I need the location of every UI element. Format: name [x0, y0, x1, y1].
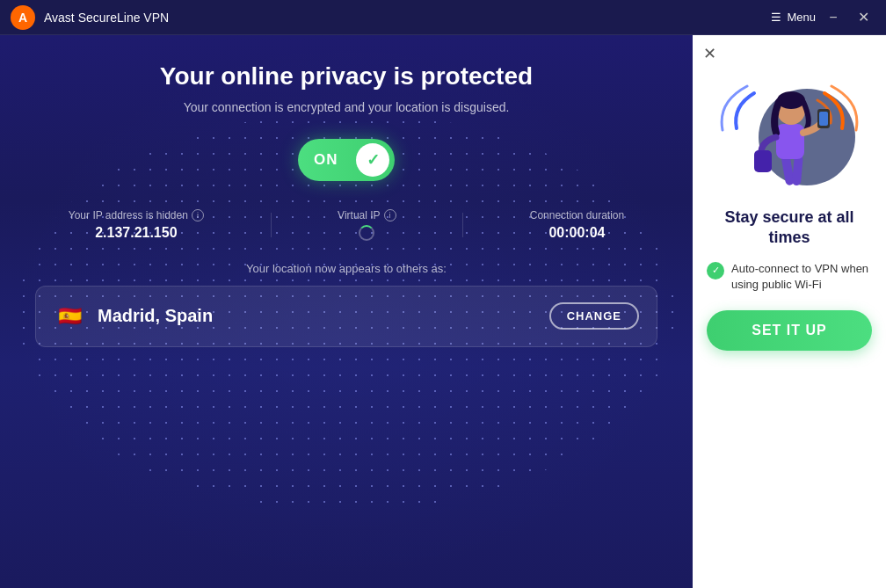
- ip-stat: Your IP address is hidden i 2.137.21.150: [69, 209, 204, 241]
- promo-panel: ✕: [693, 35, 886, 588]
- subheadline: Your connection is encrypted and your lo…: [184, 100, 510, 114]
- svg-rect-10: [754, 150, 772, 172]
- vpn-toggle[interactable]: ON: [298, 139, 395, 181]
- virtual-ip-loading: [359, 225, 374, 241]
- left-panel: Your online privacy is protected Your co…: [0, 35, 693, 588]
- close-button[interactable]: ✕: [851, 5, 875, 30]
- svg-text:A: A: [18, 11, 27, 25]
- menu-icon: ☰: [771, 11, 781, 24]
- check-icon: ✓: [707, 262, 724, 279]
- headline: Your online privacy is protected: [160, 62, 533, 91]
- ip-value: 2.137.21.150: [95, 225, 177, 241]
- duration-label: Connection duration: [530, 209, 624, 221]
- stat-divider-2: [462, 213, 463, 237]
- toggle-knob: [356, 143, 389, 177]
- toggle-container: ON: [298, 139, 395, 181]
- change-location-button[interactable]: CHANGE: [549, 302, 639, 330]
- stat-divider-1: [271, 213, 272, 237]
- close-promo-button[interactable]: ✕: [703, 44, 716, 63]
- ip-info-icon[interactable]: i: [192, 209, 204, 221]
- virtual-ip-stat: Virtual IP i: [338, 209, 396, 241]
- app-title: Avast SecureLine VPN: [44, 11, 169, 25]
- promo-title: Stay secure at all times: [707, 207, 872, 249]
- titlebar-left: A Avast SecureLine VPN: [11, 5, 169, 30]
- ip-label: Your IP address is hidden i: [69, 209, 204, 221]
- avast-logo-icon: A: [11, 5, 35, 30]
- promo-feature: ✓ Auto-connect to VPN when using public …: [707, 261, 872, 293]
- left-content: Your online privacy is protected Your co…: [35, 62, 657, 347]
- minimize-button[interactable]: −: [821, 5, 846, 30]
- location-label: Your location now appears to others as:: [246, 262, 447, 275]
- menu-label: Menu: [787, 11, 816, 24]
- promo-svg: [719, 58, 860, 199]
- location-flag: 🇪🇸: [54, 301, 85, 332]
- duration-value: 00:00:04: [548, 225, 605, 241]
- main-layout: Your online privacy is protected Your co…: [0, 35, 886, 588]
- location-card: 🇪🇸 Madrid, Spain CHANGE: [35, 286, 657, 347]
- duration-stat: Connection duration 00:00:04: [530, 209, 624, 241]
- menu-button[interactable]: ☰ Menu: [771, 11, 816, 24]
- svg-rect-5: [776, 124, 804, 159]
- titlebar: A Avast SecureLine VPN ☰ Menu − ✕: [0, 0, 886, 35]
- virtual-ip-info-icon[interactable]: i: [384, 209, 396, 221]
- setup-button[interactable]: SET IT UP: [707, 310, 872, 351]
- svg-rect-9: [819, 112, 828, 126]
- stats-row: Your IP address is hidden i 2.137.21.150…: [35, 209, 657, 241]
- titlebar-controls: ☰ Menu − ✕: [771, 5, 875, 30]
- toggle-label: ON: [314, 151, 338, 169]
- promo-illustration: [719, 58, 860, 199]
- location-name: Madrid, Spain: [98, 306, 537, 326]
- promo-feature-text: Auto-connect to VPN when using public Wi…: [731, 261, 872, 293]
- virtual-ip-label: Virtual IP i: [338, 209, 396, 221]
